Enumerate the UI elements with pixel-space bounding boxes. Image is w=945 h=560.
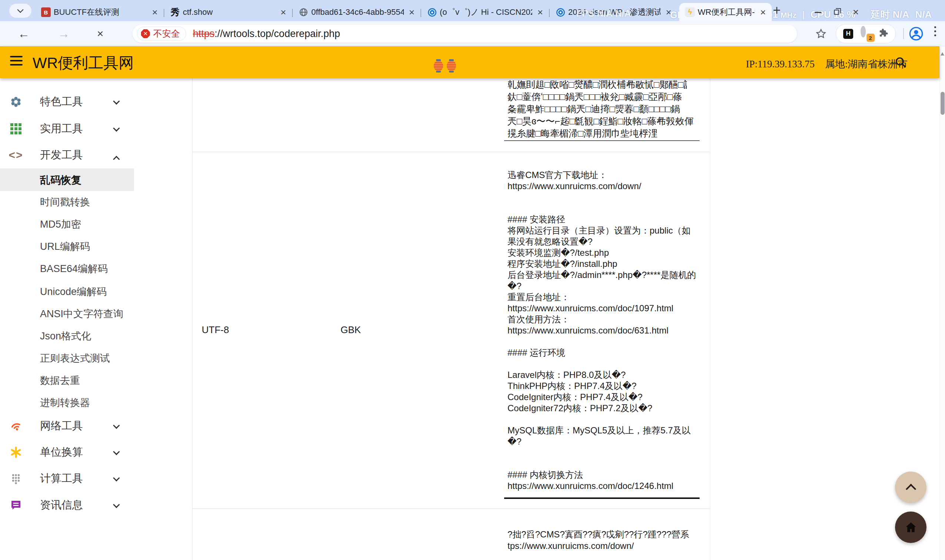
security-label: 不安全 — [153, 28, 180, 40]
chevron-down-icon — [114, 126, 119, 132]
tab-buuctf[interactable]: B BUUCTF在线评测 × — [35, 3, 164, 21]
next-garbled-text: ?拙?舀?CMS?寘酉??瘨?戉剜??行?踵???營系 tps://www.xu… — [508, 529, 703, 551]
profile-avatar-button[interactable] — [909, 21, 923, 46]
window-close-button[interactable]: × — [848, 7, 863, 18]
chevron-up-icon — [114, 154, 119, 161]
overlay-fps: FPS N/A N/A — [576, 8, 631, 19]
sidebar-item-label: MD5加密 — [40, 218, 81, 231]
window-minimize-button[interactable] — [811, 7, 825, 18]
chevron-down-icon — [114, 475, 119, 482]
category-label: 单位换算 — [40, 445, 83, 460]
sidebar-item-url-codec[interactable]: URL编解码 — [0, 240, 134, 253]
sidebar-category-unit-convert[interactable]: 单位换算 — [0, 444, 134, 460]
tab-ctfshow[interactable]: 秀 ctf.show × — [164, 3, 292, 21]
grid-icon — [10, 123, 22, 135]
tab-close-icon[interactable]: × — [758, 8, 768, 17]
chevron-down-icon — [114, 449, 119, 455]
tab-search-button[interactable] — [9, 4, 31, 18]
category-label: 实用工具 — [40, 122, 83, 136]
ring-icon — [860, 26, 866, 37]
sidebar-category-calc-tools[interactable]: 计算工具 — [0, 471, 134, 487]
garbled-input-text: 乹嫵刞趄□敃㗂□爕醲□潤杴㭪㣇敭㦐□郹醼□訁 釱□蕫倴ʻ□□□□鍋兲□□□袚兊□… — [508, 78, 703, 140]
tab-close-icon[interactable]: × — [150, 8, 160, 17]
chevron-down-icon — [114, 502, 119, 509]
sidebar-item-regex-test[interactable]: 正则表达式测试 — [0, 352, 134, 365]
overlay-freq-unit: MHz — [781, 11, 797, 19]
sidebar-item-label: 正则表达式测试 — [40, 352, 110, 365]
table-left-border — [192, 78, 192, 560]
home-icon — [904, 520, 918, 534]
url-scheme: https — [193, 28, 215, 39]
sidebar-item-ansi-lookup[interactable]: ANSI中文字符查询 — [0, 308, 134, 320]
sidebar-item-json-format[interactable]: Json格式化 — [0, 330, 134, 342]
address-bar[interactable]: ✕ 不安全 https://wrtools.top/coderepair.php — [132, 25, 797, 43]
toolbar-separator — [903, 28, 904, 39]
blog-favicon-icon — [556, 8, 565, 17]
sidebar-item-radix-convert[interactable]: 进制转换器 — [0, 396, 134, 409]
site-title[interactable]: WR便利工具网 — [32, 53, 134, 73]
buuctf-favicon-icon: B — [41, 8, 51, 17]
tab-title: ctf.show — [183, 8, 275, 17]
home-button[interactable] — [895, 512, 927, 543]
tab-strip: B BUUCTF在线评测 × 秀 ctf.show × 0ffbad61-34c… — [0, 0, 945, 21]
source-encoding-label: UTF-8 — [202, 324, 229, 336]
sidebar-category-news-info[interactable]: 资讯信息 — [0, 497, 134, 513]
visitor-ip: IP:119.39.133.75 — [746, 58, 815, 69]
stop-loading-button[interactable]: × — [97, 21, 104, 46]
lantern-icon — [434, 61, 443, 71]
badge-extension-icon[interactable]: 2 — [860, 29, 871, 39]
sidebar-item-timestamp[interactable]: 时间戳转换 — [0, 196, 134, 208]
bookmark-star-button[interactable] — [815, 21, 827, 46]
scrollbar-up-arrow-icon[interactable] — [940, 52, 944, 55]
forward-button[interactable]: → — [58, 21, 69, 46]
tab-close-icon[interactable]: × — [279, 8, 288, 17]
tab-close-icon[interactable]: × — [535, 8, 545, 17]
scrollbar-thumb[interactable] — [940, 92, 945, 115]
category-label: 开发工具 — [40, 148, 83, 163]
category-label: 特色工具 — [40, 94, 83, 109]
sidebar-item-garble-repair[interactable]: 乱码恢复 — [0, 168, 134, 191]
window-restore-button[interactable] — [829, 7, 844, 18]
globe-favicon-icon — [299, 8, 308, 17]
wifi-icon — [10, 420, 22, 432]
sidebar-item-label: 进制转换器 — [40, 396, 90, 409]
sidebar-category-special-tools[interactable]: 特色工具 — [0, 94, 134, 110]
sidebar-item-unicode[interactable]: Unicode编解码 — [0, 285, 134, 298]
h-extension-icon[interactable]: H — [843, 29, 853, 39]
sidebar-category-network-tools[interactable]: 网络工具 — [0, 418, 134, 434]
minimize-icon — [815, 12, 821, 13]
page-scrollbar[interactable] — [939, 46, 945, 560]
tab-title: WR便利工具网-乱码恢复 — [698, 7, 755, 18]
sidebar-item-base64[interactable]: BASE64编解码 — [0, 262, 134, 275]
sidebar-category-utility-tools[interactable]: 实用工具 — [0, 121, 134, 137]
dialpad-icon — [10, 472, 22, 485]
row-divider — [192, 509, 710, 509]
tab-close-icon[interactable]: × — [407, 8, 417, 17]
tab-0ffbad61[interactable]: 0ffbad61-34c6-4abb-9554-5 × — [293, 3, 420, 21]
tab-title: BUUCTF在线评测 — [54, 7, 147, 18]
site-header: WR便利工具网 IP:119.39.133.75属地:湖南省株洲市 — [0, 46, 939, 78]
sidebar-item-dedupe[interactable]: 数据去重 — [0, 374, 134, 387]
security-chip[interactable]: ✕ 不安全 — [137, 27, 186, 41]
scroll-to-top-button[interactable] — [895, 472, 927, 503]
site-search-button[interactable] — [894, 56, 907, 70]
overlay-latency-label: 延时 — [871, 9, 890, 20]
avatar-icon — [909, 26, 923, 41]
code-brackets-icon: <> — [10, 149, 22, 162]
category-label: 资讯信息 — [40, 498, 83, 512]
tab-wrtools-active[interactable]: ϟ WR便利工具网-乱码恢复 × — [679, 3, 772, 21]
url-text[interactable]: https://wrtools.top/coderepair.php — [193, 28, 340, 40]
sidebar-item-md5[interactable]: MD5加密 — [0, 218, 134, 231]
row-divider — [192, 152, 710, 152]
ctfshow-favicon-icon: 秀 — [170, 8, 180, 17]
tab-title: (o゜v゜)ノ Hi - CISCN2024-WE — [440, 7, 532, 18]
menu-hamburger-button[interactable] — [10, 56, 23, 66]
browser-menu-button[interactable] — [934, 26, 936, 36]
asterisk-icon — [10, 446, 22, 458]
extensions-puzzle-button[interactable] — [878, 28, 888, 40]
sidebar-category-dev-tools[interactable]: <> 开发工具 — [0, 147, 134, 163]
back-button[interactable]: ← — [18, 21, 29, 46]
sidebar-item-label: 数据去重 — [40, 374, 80, 387]
text-rule-thick — [504, 497, 700, 499]
tab-ciscn-hi[interactable]: (o゜v゜)ノ Hi - CISCN2024-WE × — [421, 3, 549, 21]
